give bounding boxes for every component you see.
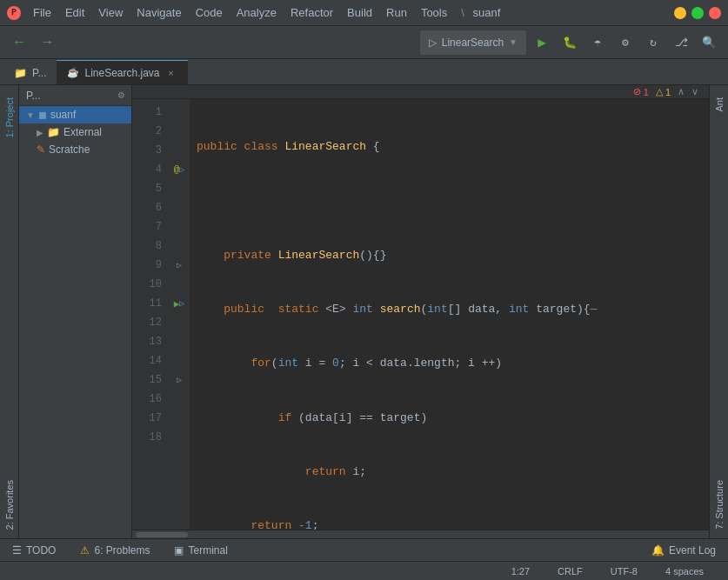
line-num-1: 1	[132, 103, 169, 122]
gutter-4[interactable]: @ ▷	[169, 160, 190, 179]
main-layout: 1: Project 2: Favorites P... ⚙ ▼ ◼ suanf…	[0, 85, 728, 538]
bookmark-icon-11: ▷	[179, 298, 184, 309]
menu-tools[interactable]: Tools	[416, 4, 452, 21]
run-config-dropdown-icon: ▼	[509, 37, 518, 47]
project-tree-scratche[interactable]: ✎ Scratche	[19, 141, 131, 158]
menu-bar[interactable]: File Edit View Navigate Code Analyze Ref…	[28, 4, 511, 21]
bookmark-icon-15: ▷	[177, 375, 182, 385]
token-comma-4: ,	[495, 301, 509, 318]
line-num-2: 2	[132, 122, 169, 141]
terminal-icon: ▣	[174, 544, 184, 557]
problems-label: 6: Problems	[94, 544, 150, 557]
run-button[interactable]: ▶	[530, 30, 554, 55]
bookmark-icon-4: ▷	[179, 164, 184, 175]
app-icon: P	[7, 6, 21, 20]
gutter-12	[169, 313, 190, 332]
token-method-4: search	[380, 301, 421, 318]
search-everywhere-button[interactable]: 🔍	[697, 30, 721, 55]
bottom-tab-terminal[interactable]: ▣ Terminal	[169, 543, 232, 558]
annotation-icon: @	[174, 164, 180, 175]
project-tree-external[interactable]: ▶ 📁 External	[19, 123, 131, 141]
gutter-9: ▷	[169, 256, 190, 275]
token-class-1: class	[244, 138, 285, 156]
event-log-label: Event Log	[669, 544, 716, 557]
code-container[interactable]: 1 2 3 4 5 6 7 8 9 10 11 12 13 14 15 16 1…	[132, 99, 709, 530]
folder-icon: 📁	[47, 126, 60, 138]
token-semi-5: ;	[339, 355, 353, 372]
minimize-button[interactable]	[674, 7, 686, 19]
gutter-6	[169, 198, 190, 217]
menu-navigate[interactable]: Navigate	[131, 4, 186, 21]
sidebar-tab-project[interactable]: 1: Project	[3, 89, 17, 146]
gutter-2	[169, 122, 190, 141]
token-ctor-3: LinearSearch	[278, 247, 360, 264]
token-paren-6: (	[298, 410, 305, 427]
token-forparen-5: (	[271, 355, 278, 372]
collapse-button[interactable]: ∧	[678, 86, 685, 97]
project-label-suanf: suanf	[50, 109, 76, 121]
back-button[interactable]: ←	[7, 30, 31, 55]
run-icon-11[interactable]: ▶	[174, 298, 180, 310]
bottom-tab-problems[interactable]: ⚠ 6: Problems	[75, 543, 155, 558]
line-num-18: 18	[132, 428, 169, 447]
horizontal-scrollbar[interactable]	[132, 530, 709, 538]
project-label-scratche: Scratche	[49, 143, 90, 156]
forward-button[interactable]: →	[35, 30, 59, 55]
sidebar-tab-structure[interactable]: 7: Structure	[712, 471, 726, 538]
right-sidebar-tabs: Ant 7: Structure	[709, 85, 728, 538]
gutter-13	[169, 332, 190, 351]
bottom-tab-todo[interactable]: ☰ TODO	[7, 543, 61, 558]
tab-close-button[interactable]: ×	[165, 67, 177, 79]
encoding[interactable]: UTF-8	[611, 566, 638, 577]
line-num-16: 16	[132, 390, 169, 409]
token-int-5: int	[278, 355, 298, 372]
indent-info[interactable]: 4 spaces	[665, 566, 704, 577]
tab-bar: 📁 P... ☕ LineSearch.java ×	[0, 59, 728, 85]
token-public-1: public	[197, 138, 244, 156]
terminal-label: Terminal	[188, 544, 227, 557]
token-inttarget-4: int	[509, 301, 536, 318]
menu-analyze[interactable]: Analyze	[231, 4, 282, 21]
menu-file[interactable]: File	[28, 4, 57, 21]
module-icon: ◼	[38, 109, 47, 121]
cursor-position[interactable]: 1:27	[511, 566, 530, 577]
project-panel-settings-icon[interactable]: ⚙	[118, 89, 124, 102]
sidebar-tab-ant[interactable]: Ant	[712, 89, 726, 121]
line-ending[interactable]: CRLF	[558, 566, 583, 577]
debug-button[interactable]: 🐛	[558, 30, 582, 55]
menu-refactor[interactable]: Refactor	[285, 4, 338, 21]
tab-project[interactable]: 📁 P...	[3, 60, 57, 84]
code-lines[interactable]: public class LinearSearch { private Line…	[190, 99, 709, 530]
event-log-button[interactable]: 🔔 Event Log	[646, 543, 721, 558]
menu-code[interactable]: Code	[190, 4, 228, 21]
build-button[interactable]: ⚙	[613, 30, 638, 55]
problems-icon: ⚠	[80, 544, 90, 557]
close-button[interactable]	[709, 7, 721, 19]
vcs-button[interactable]: ⎇	[669, 30, 693, 55]
gutter-11[interactable]: ▶ ▷	[169, 294, 190, 313]
gutter-16	[169, 390, 190, 409]
run-config-label: LinearSearch	[442, 37, 504, 49]
tab-project-icon: 📁	[14, 67, 27, 79]
line-num-3: 3	[132, 141, 169, 160]
menu-run[interactable]: Run	[381, 4, 412, 21]
gutter-8	[169, 237, 190, 256]
token-classname-1: LinearSearch	[284, 138, 372, 156]
status-right: 1:27 CRLF UTF-8 4 spaces	[511, 566, 718, 577]
token-return-8: return	[250, 517, 298, 530]
sidebar-tab-favorites[interactable]: 2: Favorites	[3, 471, 17, 538]
maximize-button[interactable]	[691, 7, 704, 19]
sync-button[interactable]: ↻	[641, 30, 665, 55]
token-closeparen-4: ){	[577, 301, 591, 318]
menu-edit[interactable]: Edit	[60, 4, 90, 21]
tab-linearSearch[interactable]: ☕ LineSearch.java ×	[57, 60, 187, 84]
project-tree-suanf[interactable]: ▼ ◼ suanf	[19, 106, 131, 123]
coverage-button[interactable]: ☂	[585, 30, 610, 55]
token-icond-5: i < data.length; i	[352, 355, 481, 372]
run-config-selector[interactable]: ▷ LinearSearch ▼	[420, 30, 526, 55]
scrollbar-thumb-h[interactable]	[136, 532, 188, 537]
menu-build[interactable]: Build	[342, 4, 377, 21]
expand-button[interactable]: ∨	[691, 86, 698, 97]
menu-view[interactable]: View	[93, 4, 128, 21]
token-pp-5: ++)	[482, 355, 502, 372]
